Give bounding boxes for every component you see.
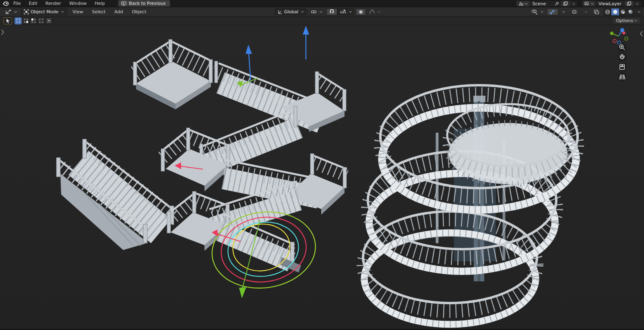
chevron-down-icon bbox=[584, 10, 587, 12]
menu-window[interactable]: Window bbox=[66, 0, 90, 6]
snap-target-dropdown[interactable] bbox=[337, 8, 354, 15]
chevron-down-icon bbox=[320, 10, 322, 12]
view-layer-name[interactable]: ViewLayer bbox=[595, 1, 625, 6]
chevron-down-icon bbox=[349, 10, 352, 12]
proportional-editing-toggle[interactable]: ◉ bbox=[356, 8, 365, 15]
spiral-staircase[interactable] bbox=[363, 85, 578, 327]
tool-header: Options bbox=[0, 16, 644, 25]
select-box-new-button[interactable] bbox=[14, 17, 22, 25]
menu-file[interactable]: File bbox=[10, 0, 24, 6]
menu-select[interactable]: Select bbox=[88, 9, 109, 15]
select-box-extend-button[interactable] bbox=[22, 17, 29, 25]
perspective-grid-button[interactable] bbox=[618, 72, 627, 81]
back-to-previous-label: Back to Previous bbox=[129, 1, 165, 6]
xray-toggle[interactable] bbox=[591, 8, 602, 15]
menu-edit[interactable]: Edit bbox=[25, 0, 41, 6]
scene-selector: Scene × bbox=[516, 0, 578, 7]
chevron-down-icon bbox=[61, 10, 64, 12]
select-invert-icon bbox=[39, 19, 43, 23]
viewport-header: Object Mode View Select Add Object Globa… bbox=[0, 7, 644, 16]
chevron-down-icon bbox=[591, 2, 594, 4]
snap-magnet-icon bbox=[329, 9, 334, 14]
overlays-dropdown[interactable] bbox=[580, 8, 590, 15]
snap-toggle[interactable] bbox=[326, 8, 337, 15]
pan-button[interactable] bbox=[618, 53, 627, 61]
menu-view[interactable]: View bbox=[69, 9, 87, 15]
back-to-previous-button[interactable]: Back to Previous bbox=[118, 0, 170, 7]
shading-material-icon bbox=[620, 9, 625, 14]
chevron-down-icon bbox=[638, 10, 640, 12]
pivot-point-dropdown[interactable] bbox=[308, 8, 325, 15]
gizmos-toggle[interactable] bbox=[547, 8, 558, 15]
duplicate-icon bbox=[563, 1, 568, 6]
overlays-toggle[interactable] bbox=[569, 8, 580, 15]
view-layer-selector: ViewLayer × bbox=[582, 0, 642, 7]
pivot-icon bbox=[311, 9, 317, 14]
gizmo-icon bbox=[550, 9, 555, 14]
menu-object[interactable]: Object bbox=[128, 9, 150, 15]
chevron-down-icon bbox=[562, 10, 565, 12]
shading-dropdown[interactable] bbox=[634, 8, 642, 15]
gizmos-dropdown[interactable] bbox=[558, 8, 568, 15]
shading-mode-switch bbox=[603, 8, 642, 16]
chevron-down-icon bbox=[301, 10, 304, 12]
view-layer-remove-button: × bbox=[634, 1, 641, 6]
orientation-label: Global bbox=[284, 9, 298, 14]
scene-browse-button[interactable] bbox=[516, 1, 529, 6]
editor-type-button[interactable] bbox=[2, 8, 19, 15]
orientation-icon bbox=[277, 9, 283, 14]
switchback-staircase[interactable] bbox=[133, 39, 347, 273]
visibility-icon bbox=[531, 9, 538, 14]
duplicate-icon bbox=[627, 1, 632, 6]
sidebar-expand-icon[interactable] bbox=[640, 31, 642, 36]
pin-icon[interactable] bbox=[553, 1, 561, 6]
transform-orientation-dropdown[interactable]: Global bbox=[275, 8, 306, 15]
proportional-falloff-dropdown[interactable] bbox=[366, 8, 383, 15]
chevron-down-icon bbox=[378, 10, 380, 12]
options-button[interactable]: Options bbox=[612, 17, 641, 24]
view-layer-new-button[interactable] bbox=[625, 1, 634, 6]
select-box-invert-button[interactable] bbox=[37, 17, 45, 25]
shading-solid-icon bbox=[613, 9, 618, 14]
topbar: File Edit Render Window Help Back to Pre… bbox=[0, 0, 644, 7]
camera-view-button[interactable] bbox=[618, 63, 627, 72]
proportional-icon: ◉ bbox=[359, 9, 363, 14]
mode-dropdown[interactable]: Object Mode bbox=[21, 8, 67, 15]
shading-solid-button[interactable] bbox=[611, 8, 619, 15]
shading-wireframe-button[interactable] bbox=[604, 8, 611, 15]
snap-target-icon bbox=[340, 9, 346, 14]
options-label: Options bbox=[616, 18, 633, 23]
editor-type-icon bbox=[5, 9, 11, 14]
visibility-filter-dropdown[interactable] bbox=[528, 8, 546, 15]
z-axis-arrow-right[interactable] bbox=[303, 26, 309, 59]
viewport-canvas[interactable] bbox=[0, 25, 644, 330]
menu-help[interactable]: Help bbox=[91, 0, 108, 6]
select-box-subtract-button[interactable] bbox=[30, 17, 37, 25]
menu-add[interactable]: Add bbox=[111, 9, 126, 15]
chevron-down-icon bbox=[634, 19, 637, 22]
toolbar-expand-icon[interactable] bbox=[2, 30, 4, 35]
select-extend-icon bbox=[24, 19, 28, 23]
shading-rendered-button[interactable] bbox=[627, 8, 634, 15]
menu-render[interactable]: Render bbox=[42, 0, 65, 6]
chevron-down-icon bbox=[14, 10, 17, 12]
scene-new-button[interactable] bbox=[561, 1, 570, 6]
scene-unlink-button: × bbox=[570, 1, 578, 6]
scene-icon bbox=[518, 2, 524, 6]
select-box-intersect-button[interactable] bbox=[45, 17, 52, 25]
navigation-gizmo[interactable] bbox=[610, 28, 628, 44]
viewport[interactable] bbox=[0, 25, 644, 330]
shading-wireframe-icon bbox=[605, 9, 610, 14]
back-icon bbox=[121, 1, 126, 6]
shading-material-button[interactable] bbox=[619, 8, 627, 15]
view-layer-browse-button[interactable] bbox=[582, 1, 595, 6]
zoom-button[interactable] bbox=[618, 43, 627, 52]
object-mode-icon bbox=[24, 9, 29, 14]
select-subtract-icon bbox=[32, 19, 35, 23]
blender-logo-icon[interactable] bbox=[2, 1, 9, 6]
tweak-tool-button[interactable] bbox=[3, 17, 12, 25]
straight-staircase[interactable] bbox=[56, 139, 174, 250]
scene-name[interactable]: Scene bbox=[529, 1, 553, 6]
shading-rendered-icon bbox=[628, 9, 633, 14]
overlays-icon bbox=[572, 9, 578, 14]
